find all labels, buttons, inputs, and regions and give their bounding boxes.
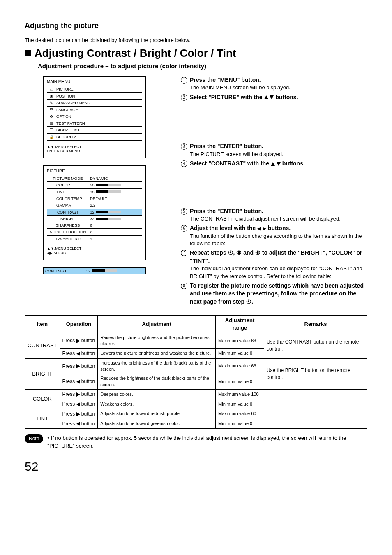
remarks-cell: Use the BRIGHT button on the remote cont…	[264, 358, 367, 390]
range-cell: Maximum value 63	[216, 333, 264, 348]
arrow-down-icon	[270, 95, 274, 99]
menu-item: POSITION	[47, 93, 142, 100]
step-body: Press the "MENU" button.The MAIN MENU sc…	[190, 76, 367, 92]
step-head: To register the picture mode settings wh…	[190, 282, 367, 306]
item-cell: CONTRAST	[25, 333, 60, 358]
section-title: Adjusting the picture	[25, 21, 367, 33]
operation-cell: Press button	[60, 409, 98, 419]
step-number-icon: 4	[181, 160, 187, 167]
picture-row: COLOR50	[47, 182, 142, 188]
contrast-adjust-value: 32	[86, 268, 91, 274]
steps-column: 1Press the "MENU" button.The MAIN MENU s…	[181, 76, 367, 308]
menu-item-label: POSITION	[56, 93, 75, 99]
step-body: Press the "ENTER" button.The PICTURE scr…	[190, 142, 367, 158]
adjustment-cell: Deepens colors.	[98, 390, 216, 399]
step-body: Adjust the level with the buttons.Thu fu…	[190, 224, 367, 247]
arrow-right-icon	[76, 412, 80, 416]
picture-row-value: 2.2	[88, 202, 142, 208]
menu-item: ADVANCED MENU	[47, 100, 142, 107]
picture-row-label: PICTURE MODE	[47, 175, 88, 181]
arrow-left-icon	[76, 352, 80, 356]
arrow-up-icon	[264, 95, 268, 99]
step-body: Press the "ENTER" button.The CONTRAST in…	[190, 207, 367, 223]
main-heading-text: Adjusting Contrast / Bright / Color / Ti…	[35, 47, 236, 59]
square-bullet-icon	[25, 50, 31, 56]
adjustment-table: Item Operation Adjustment Adjustment ran…	[25, 315, 367, 429]
table-header: Operation	[60, 315, 98, 333]
step-number-icon: 7	[181, 250, 187, 256]
contrast-adjust-label: CONTRAST	[45, 268, 86, 274]
main-menu-box: MAIN MENU PICTURE POSITION ADVANCED MENU…	[43, 76, 146, 158]
language-icon	[49, 107, 54, 113]
adjustment-cell: Adjusts skin tone toward greenish color.	[98, 419, 216, 429]
operation-cell: Press button	[60, 333, 98, 348]
arrow-right-icon	[76, 339, 80, 343]
arrow-up-icon	[271, 162, 275, 166]
range-cell: Minimum value 0	[216, 348, 264, 358]
step-head: Select "CONTRAST" with the buttons.	[190, 160, 367, 168]
step-head: Press the "ENTER" button.	[190, 142, 367, 151]
picture-row-value: 32	[88, 209, 142, 215]
menu-item-label: ADVANCED MENU	[56, 100, 90, 105]
picture-row: SHARPNESS6	[47, 222, 142, 229]
step-number-icon: 8	[181, 283, 187, 289]
operation-cell: Press button	[60, 374, 98, 390]
picture-row-label: SHARPNESS	[47, 222, 88, 228]
security-icon	[49, 134, 54, 140]
adjustment-cell: Weakens colors.	[98, 399, 216, 409]
bar-icon	[96, 184, 121, 186]
arrow-left-icon	[257, 227, 261, 231]
step: 5Press the "ENTER" button.The CONTRAST i…	[181, 207, 367, 223]
picture-row: GAMMA2.2	[47, 202, 142, 209]
menu-item-label: PICTURE	[56, 86, 74, 92]
picture-menu-box: PICTURE PICTURE MODEDYNAMICCOLOR50TINT30…	[43, 165, 146, 260]
signal-list-icon	[49, 127, 54, 133]
step: 7Repeat Steps ④, ⑤ and ⑥ to adjust the "…	[181, 249, 367, 280]
table-header-row: Item Operation Adjustment Adjustment ran…	[25, 315, 367, 333]
picture-row: BRIGHT32	[47, 216, 142, 222]
picture-row-value: 32	[88, 216, 142, 222]
remarks-cell	[264, 390, 367, 429]
step-number-icon: 3	[181, 143, 187, 150]
arrow-right-icon	[263, 227, 266, 231]
step-body: Select "PICTURE" with the buttons.	[190, 93, 367, 102]
menu-item: LANGUAGE	[47, 107, 142, 114]
picture-row-value: 1	[88, 236, 142, 242]
picture-row: DYNAMIC IRIS1	[47, 236, 142, 242]
picture-menu-hint: ▲▼:MENU SELECT ◀▶:ADJUST	[47, 246, 142, 255]
test-pattern-icon	[49, 121, 54, 126]
range-cell: Minimum value 0	[216, 399, 264, 409]
menu-item-label: SIGNAL LIST	[56, 127, 80, 132]
operation-cell: Press button	[60, 348, 98, 358]
adjustment-cell: Adjusts skin tone toward reddish-purple.	[98, 409, 216, 419]
menu-item-label: SECURITY	[56, 134, 76, 139]
range-cell: Minimum value 0	[216, 419, 264, 429]
step-head: Adjust the level with the buttons.	[190, 224, 367, 232]
step: 1Press the "MENU" button.The MAIN MENU s…	[181, 76, 367, 92]
main-menu-items: PICTURE POSITION ADVANCED MENU LANGUAGE …	[47, 86, 142, 141]
adjustment-cell: Reduces the brightness of the dark (blac…	[98, 374, 216, 390]
item-cell: TINT	[25, 409, 60, 429]
menu-item: SECURITY	[47, 134, 142, 141]
picture-row: NOISE REDUCTION2	[47, 229, 142, 235]
step-text: The CONTRAST individual adjustment scree…	[190, 215, 367, 223]
picture-row-label: TINT	[47, 189, 88, 195]
bar-icon	[92, 269, 117, 272]
picture-menu-rows: PICTURE MODEDYNAMICCOLOR50TINT30COLOR TE…	[47, 175, 142, 242]
picture-menu-title: PICTURE	[47, 168, 142, 174]
menu-item-label: OPTION	[56, 114, 71, 119]
step-number-icon: 1	[181, 77, 187, 84]
menu-item: TEST PATTERN	[47, 120, 142, 127]
operation-cell: Press button	[60, 390, 98, 399]
picture-row-label: DYNAMIC IRIS	[47, 236, 88, 242]
picture-row-value: 50	[88, 182, 142, 188]
option-icon	[49, 114, 54, 119]
adjustment-cell: Lowers the picture brightness and weaken…	[98, 348, 216, 358]
menu-item-label: LANGUAGE	[56, 107, 78, 112]
operation-cell: Press button	[60, 358, 98, 374]
menu-item: SIGNAL LIST	[47, 127, 142, 134]
step-body: Select "CONTRAST" with the buttons.	[190, 160, 367, 168]
step-text: Thu function of the button changes accor…	[190, 232, 367, 247]
table-header: Remarks	[264, 315, 367, 333]
step-body: Repeat Steps ④, ⑤ and ⑥ to adjust the "B…	[190, 249, 367, 280]
